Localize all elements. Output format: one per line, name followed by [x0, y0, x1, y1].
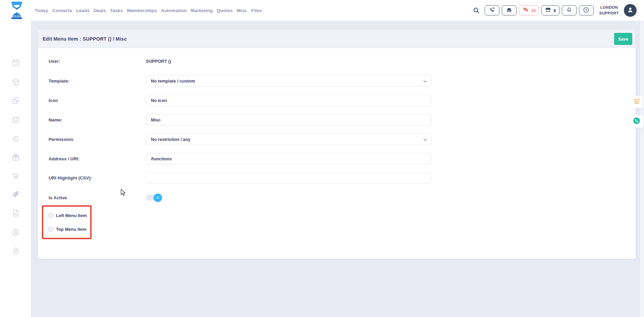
cart-fab-button[interactable] [630, 96, 643, 108]
inbox-button[interactable] [502, 5, 517, 15]
lock-icon[interactable] [11, 246, 20, 255]
nav-deals[interactable]: Deals [94, 8, 106, 13]
nav-memberships[interactable]: Memberships [127, 8, 157, 13]
nav-misc[interactable]: Misc [237, 8, 247, 13]
calendar-import-icon[interactable] [11, 115, 20, 124]
uri-highlight-input[interactable] [146, 172, 431, 183]
form-row-permission: Permission: No restriction / any [49, 134, 431, 145]
nav-today[interactable]: Today [35, 8, 48, 13]
edit-menu-item-card: Edit Menu Item : SUPPORT () / Misc Save … [38, 30, 636, 259]
main-nav: Today Contacts Leads Deals Tasks Members… [35, 0, 262, 21]
nav-quotes[interactable]: Quotes [217, 8, 233, 13]
svg-text:12: 12 [14, 62, 17, 65]
permission-select-value: No restriction / any [151, 137, 191, 142]
nav-tasks[interactable]: Tasks [110, 8, 123, 13]
chevron-down-icon [424, 138, 427, 141]
call-button[interactable] [485, 5, 499, 15]
address-label: Address / URI: [49, 156, 146, 161]
copy-icon[interactable] [11, 96, 20, 105]
bell-icon [566, 7, 572, 14]
permission-select[interactable]: No restriction / any [146, 134, 431, 145]
top-menu-item-label: Top Menu Item [56, 227, 87, 232]
is-active-toggle[interactable]: ✓ [146, 195, 161, 201]
chat-bubbles-icon [522, 7, 529, 14]
chat-count-badge: 14 [531, 8, 536, 13]
toggle-check-icon: ✓ [154, 194, 162, 202]
topbar-actions: 14 8 ? [473, 0, 637, 21]
nav-leads[interactable]: Leads [76, 8, 90, 13]
store-count-badge: 8 [553, 8, 556, 13]
report-icon[interactable] [11, 209, 20, 217]
package-icon[interactable] [11, 78, 20, 87]
search-icon[interactable] [473, 7, 480, 14]
annotation-box [42, 205, 92, 239]
app-logo[interactable] [7, 1, 26, 20]
form-row-user: User: SUPPORT () [49, 55, 171, 67]
is-active-label: Is Active [49, 195, 146, 200]
history-icon[interactable] [11, 135, 20, 143]
name-label: Name: [49, 117, 146, 122]
page-title: Edit Menu Item : SUPPORT () / Misc [43, 30, 127, 48]
top-menu-item-radio[interactable] [49, 227, 53, 231]
nav-files[interactable]: Files [251, 8, 262, 13]
calendar-icon[interactable]: 12 [11, 58, 20, 67]
svg-text:?: ? [585, 8, 587, 11]
nav-marketing[interactable]: Marketing [191, 8, 213, 13]
form-row-address: Address / URI: [49, 153, 431, 164]
chat-button[interactable]: 14 [519, 5, 539, 15]
store-icon [545, 6, 551, 14]
help-icon: ? [583, 7, 589, 14]
left-menu-item-option[interactable]: Left Menu Item [49, 211, 87, 220]
form-row-is-active: Is Active ✓ [49, 192, 161, 203]
icon-input[interactable] [146, 95, 431, 106]
cart-orange-icon [633, 98, 640, 106]
mouse-cursor [120, 189, 127, 198]
template-select-value: No template / custom [151, 78, 195, 84]
left-menu-item-radio[interactable] [49, 213, 53, 218]
phone-teal-icon [633, 117, 641, 126]
left-menu-item-label: Left Menu Item [56, 213, 87, 218]
scrollbar-track[interactable] [640, 21, 644, 317]
template-select[interactable]: No template / custom [146, 75, 431, 87]
uri-highlight-label: URI Highlight (CSV): [49, 175, 146, 180]
nav-contacts[interactable]: Contacts [52, 8, 72, 13]
help-button[interactable]: ? [579, 5, 594, 15]
name-input[interactable] [146, 114, 431, 125]
form-row-uri-highlight: URI Highlight (CSV): [49, 172, 431, 183]
form-row-icon: Icon [49, 95, 431, 106]
person-icon [626, 6, 634, 15]
notifications-button[interactable] [562, 5, 577, 15]
nav-automation[interactable]: Automation [161, 8, 187, 13]
address-input[interactable] [146, 153, 431, 164]
phone-icon [489, 7, 495, 14]
chevron-down-icon [424, 79, 427, 83]
price-tag-icon[interactable]: $ [11, 190, 20, 199]
template-label: Template: [49, 78, 146, 84]
inbox-icon [506, 6, 513, 14]
left-sidebar: 12 $ [0, 21, 31, 317]
account-icon[interactable] [11, 228, 20, 236]
permission-label: Permission: [49, 137, 146, 142]
top-menu-item-option[interactable]: Top Menu Item [49, 225, 87, 233]
user-label: User: [49, 59, 146, 64]
store-button[interactable]: 8 [541, 5, 559, 15]
gift-icon[interactable] [11, 153, 20, 162]
user-name[interactable]: LONDON SUPPORT [599, 5, 619, 16]
form-row-name: Name: [49, 114, 431, 125]
user-value: SUPPORT () [146, 59, 171, 64]
user-avatar[interactable] [624, 4, 637, 17]
phone-fab-button[interactable] [630, 115, 643, 128]
form-row-template: Template: No template / custom [49, 75, 431, 87]
icon-label: Icon [49, 98, 146, 103]
card-header: Edit Menu Item : SUPPORT () / Misc Save [38, 30, 636, 48]
cart-icon[interactable] [11, 171, 20, 180]
top-bar: Today Contacts Leads Deals Tasks Members… [0, 0, 644, 21]
save-button[interactable]: Save [614, 33, 632, 45]
